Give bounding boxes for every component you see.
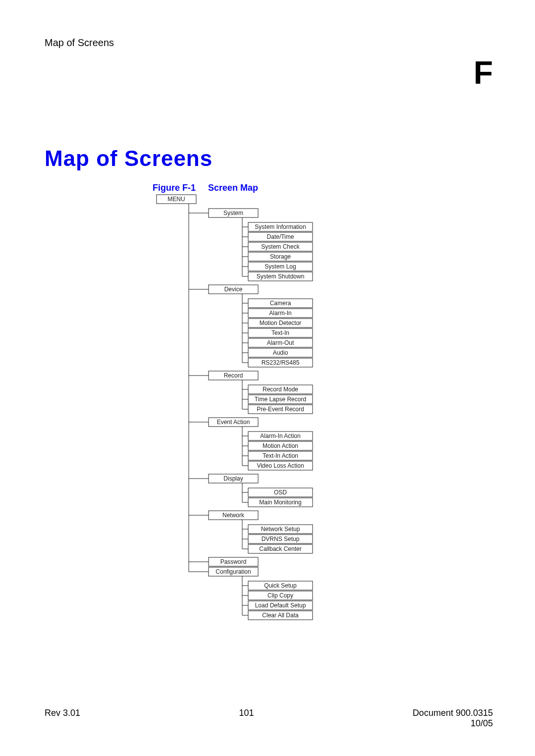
category-record: Record: [224, 372, 243, 379]
category-network: Network: [222, 512, 245, 519]
leaf-quick-setup: Quick Setup: [264, 582, 297, 589]
leaf-alarm-in: Alarm-In: [269, 310, 291, 317]
figure-title: Screen Map: [208, 183, 258, 193]
page-title: Map of Screens: [45, 146, 213, 171]
category-system: System: [223, 210, 243, 216]
leaf-network-setup: Network Setup: [261, 526, 300, 533]
leaf-dvrns-setup: DVRNS Setup: [262, 536, 300, 542]
leaf-date-time: Date/Time: [267, 233, 294, 240]
leaf-system-shutdown: System Shutdown: [257, 273, 305, 280]
figure-caption: Figure F-1 Screen Map: [153, 183, 258, 193]
leaf-system-information: System Information: [255, 223, 306, 230]
leaf-load-default-setup: Load Default Setup: [255, 602, 306, 609]
leaf-text-in: Text-In: [271, 329, 289, 336]
footer-rev: Rev 3.01: [45, 708, 80, 729]
footer-date: 10/05: [413, 718, 493, 729]
category-display: Display: [223, 475, 243, 482]
leaf-video-loss-action: Video Loss Action: [257, 462, 304, 469]
category-device: Device: [224, 286, 243, 293]
leaf-audio: Audio: [273, 349, 288, 356]
category-password: Password: [220, 558, 247, 565]
footer-doc-number: Document 900.0315: [413, 708, 493, 718]
leaf-system-check: System Check: [261, 243, 300, 250]
leaf-clip-copy: Clip Copy: [268, 592, 293, 599]
leaf-time-lapse-record: Time Lapse Record: [255, 396, 306, 403]
leaf-osd: OSD: [274, 489, 287, 496]
running-header: Map of Screens: [45, 37, 114, 49]
leaf-motion-detector: Motion Detector: [260, 320, 302, 326]
category-configuration: Configuration: [215, 568, 251, 575]
menu-root: MENU: [167, 196, 185, 203]
leaf-camera: Camera: [270, 300, 291, 307]
leaf-record-mode: Record Mode: [263, 386, 298, 393]
leaf-rs232-rs485: RS232/RS485: [262, 359, 300, 366]
leaf-alarm-out: Alarm-Out: [267, 339, 294, 346]
category-event-action: Event Action: [217, 419, 250, 426]
figure-label: Figure F-1: [153, 183, 196, 193]
screen-map-diagram: MENUSystemSystem InformationDate/TimeSys…: [152, 193, 340, 626]
page-footer: Rev 3.01 101 Document 900.0315 10/05: [45, 708, 493, 729]
leaf-callback-center: Callback Center: [259, 545, 301, 552]
leaf-alarm-in-action: Alarm-In Action: [260, 432, 300, 439]
leaf-text-in-action: Text-In Action: [263, 452, 298, 459]
footer-page-number: 101: [239, 708, 254, 729]
leaf-pre-event-record: Pre-Event Record: [257, 406, 304, 413]
leaf-storage: Storage: [270, 253, 291, 260]
appendix-letter: F: [474, 54, 493, 91]
leaf-motion-action: Motion Action: [263, 442, 298, 449]
leaf-clear-all-data: Clear All Data: [262, 612, 299, 619]
leaf-system-log: System Log: [265, 263, 296, 270]
leaf-main-monitoring: Main Monitoring: [259, 499, 301, 506]
